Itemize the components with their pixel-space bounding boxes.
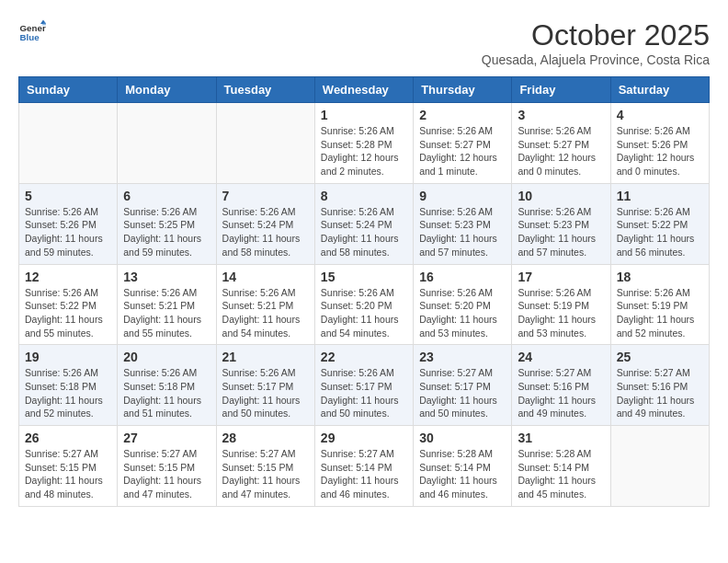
day-info: Sunrise: 5:26 AMSunset: 5:21 PMDaylight:…	[222, 286, 309, 340]
day-number: 1	[321, 108, 407, 122]
week-row-1: 1Sunrise: 5:26 AMSunset: 5:28 PMDaylight…	[19, 103, 710, 184]
calendar-cell: 8Sunrise: 5:26 AMSunset: 5:24 PMDaylight…	[314, 183, 413, 264]
day-number: 17	[518, 270, 604, 284]
day-info: Sunrise: 5:26 AMSunset: 5:18 PMDaylight:…	[123, 366, 210, 420]
day-number: 20	[123, 350, 210, 364]
calendar-cell: 27Sunrise: 5:27 AMSunset: 5:15 PMDayligh…	[118, 426, 216, 507]
calendar-cell: 16Sunrise: 5:26 AMSunset: 5:20 PMDayligh…	[414, 264, 512, 345]
day-number: 15	[321, 270, 407, 284]
day-number: 4	[617, 108, 703, 122]
page-header: General Blue October 2025 Quesada, Alaju…	[18, 18, 710, 67]
logo: General Blue	[18, 18, 46, 46]
day-number: 13	[123, 270, 210, 284]
day-info: Sunrise: 5:27 AMSunset: 5:17 PMDaylight:…	[419, 366, 506, 420]
calendar-table: SundayMondayTuesdayWednesdayThursdayFrid…	[18, 76, 710, 507]
calendar-cell: 31Sunrise: 5:28 AMSunset: 5:14 PMDayligh…	[512, 426, 610, 507]
weekday-header-sunday: Sunday	[19, 77, 118, 103]
calendar-cell: 2Sunrise: 5:26 AMSunset: 5:27 PMDaylight…	[414, 103, 512, 184]
weekday-header-friday: Friday	[512, 77, 610, 103]
day-info: Sunrise: 5:26 AMSunset: 5:18 PMDaylight:…	[25, 366, 111, 420]
week-row-4: 19Sunrise: 5:26 AMSunset: 5:18 PMDayligh…	[19, 345, 710, 426]
calendar-cell	[216, 103, 314, 184]
calendar-cell: 29Sunrise: 5:27 AMSunset: 5:14 PMDayligh…	[314, 426, 413, 507]
calendar-cell: 21Sunrise: 5:26 AMSunset: 5:17 PMDayligh…	[216, 345, 314, 426]
day-number: 22	[321, 350, 407, 364]
day-info: Sunrise: 5:26 AMSunset: 5:28 PMDaylight:…	[321, 124, 407, 178]
day-number: 31	[518, 431, 604, 445]
calendar-cell: 3Sunrise: 5:26 AMSunset: 5:27 PMDaylight…	[512, 103, 610, 184]
calendar-cell: 30Sunrise: 5:28 AMSunset: 5:14 PMDayligh…	[414, 426, 512, 507]
calendar-cell: 19Sunrise: 5:26 AMSunset: 5:18 PMDayligh…	[19, 345, 118, 426]
day-number: 6	[123, 189, 210, 203]
calendar-cell: 18Sunrise: 5:26 AMSunset: 5:19 PMDayligh…	[610, 264, 709, 345]
day-info: Sunrise: 5:26 AMSunset: 5:20 PMDaylight:…	[419, 286, 506, 340]
day-number: 2	[419, 108, 506, 122]
day-number: 19	[25, 350, 111, 364]
day-number: 26	[25, 431, 111, 445]
day-info: Sunrise: 5:26 AMSunset: 5:27 PMDaylight:…	[419, 124, 506, 178]
day-info: Sunrise: 5:26 AMSunset: 5:20 PMDaylight:…	[321, 286, 407, 340]
day-info: Sunrise: 5:28 AMSunset: 5:14 PMDaylight:…	[518, 447, 604, 501]
day-number: 30	[419, 431, 506, 445]
weekday-header-tuesday: Tuesday	[216, 77, 314, 103]
day-info: Sunrise: 5:27 AMSunset: 5:15 PMDaylight:…	[222, 447, 309, 501]
day-info: Sunrise: 5:27 AMSunset: 5:15 PMDaylight:…	[123, 447, 210, 501]
title-section: October 2025 Quesada, Alajuela Province,…	[482, 18, 710, 67]
day-number: 10	[518, 189, 604, 203]
day-info: Sunrise: 5:26 AMSunset: 5:24 PMDaylight:…	[321, 205, 407, 259]
day-info: Sunrise: 5:26 AMSunset: 5:26 PMDaylight:…	[617, 124, 703, 178]
day-info: Sunrise: 5:26 AMSunset: 5:22 PMDaylight:…	[617, 205, 703, 259]
calendar-cell	[118, 103, 216, 184]
day-number: 5	[25, 189, 111, 203]
day-number: 9	[419, 189, 506, 203]
calendar-cell: 6Sunrise: 5:26 AMSunset: 5:25 PMDaylight…	[118, 183, 216, 264]
calendar-cell: 10Sunrise: 5:26 AMSunset: 5:23 PMDayligh…	[512, 183, 610, 264]
day-info: Sunrise: 5:26 AMSunset: 5:22 PMDaylight:…	[25, 286, 111, 340]
day-number: 12	[25, 270, 111, 284]
day-info: Sunrise: 5:27 AMSunset: 5:16 PMDaylight:…	[518, 366, 604, 420]
day-info: Sunrise: 5:26 AMSunset: 5:25 PMDaylight:…	[123, 205, 210, 259]
day-info: Sunrise: 5:27 AMSunset: 5:16 PMDaylight:…	[617, 366, 703, 420]
day-number: 14	[222, 270, 309, 284]
day-info: Sunrise: 5:26 AMSunset: 5:24 PMDaylight:…	[222, 205, 309, 259]
day-number: 7	[222, 189, 309, 203]
day-number: 27	[123, 431, 210, 445]
week-row-3: 12Sunrise: 5:26 AMSunset: 5:22 PMDayligh…	[19, 264, 710, 345]
month-title: October 2025	[482, 18, 710, 52]
calendar-cell: 22Sunrise: 5:26 AMSunset: 5:17 PMDayligh…	[314, 345, 413, 426]
week-row-5: 26Sunrise: 5:27 AMSunset: 5:15 PMDayligh…	[19, 426, 710, 507]
day-info: Sunrise: 5:26 AMSunset: 5:19 PMDaylight:…	[518, 286, 604, 340]
logo-icon: General Blue	[18, 18, 46, 46]
day-number: 8	[321, 189, 407, 203]
weekday-header-wednesday: Wednesday	[314, 77, 413, 103]
calendar-cell: 4Sunrise: 5:26 AMSunset: 5:26 PMDaylight…	[610, 103, 709, 184]
calendar-cell: 24Sunrise: 5:27 AMSunset: 5:16 PMDayligh…	[512, 345, 610, 426]
svg-text:General: General	[20, 23, 47, 33]
calendar-cell: 17Sunrise: 5:26 AMSunset: 5:19 PMDayligh…	[512, 264, 610, 345]
calendar-cell: 23Sunrise: 5:27 AMSunset: 5:17 PMDayligh…	[414, 345, 512, 426]
day-number: 21	[222, 350, 309, 364]
day-number: 23	[419, 350, 506, 364]
day-number: 24	[518, 350, 604, 364]
day-info: Sunrise: 5:27 AMSunset: 5:14 PMDaylight:…	[321, 447, 407, 501]
svg-text:Blue: Blue	[20, 32, 40, 42]
day-number: 28	[222, 431, 309, 445]
calendar-cell: 11Sunrise: 5:26 AMSunset: 5:22 PMDayligh…	[610, 183, 709, 264]
day-number: 29	[321, 431, 407, 445]
day-info: Sunrise: 5:26 AMSunset: 5:27 PMDaylight:…	[518, 124, 604, 178]
calendar-cell	[19, 103, 118, 184]
calendar-cell: 12Sunrise: 5:26 AMSunset: 5:22 PMDayligh…	[19, 264, 118, 345]
weekday-header-thursday: Thursday	[414, 77, 512, 103]
calendar-cell: 15Sunrise: 5:26 AMSunset: 5:20 PMDayligh…	[314, 264, 413, 345]
weekday-header-saturday: Saturday	[610, 77, 709, 103]
calendar-cell: 25Sunrise: 5:27 AMSunset: 5:16 PMDayligh…	[610, 345, 709, 426]
calendar-cell: 7Sunrise: 5:26 AMSunset: 5:24 PMDaylight…	[216, 183, 314, 264]
calendar-cell: 13Sunrise: 5:26 AMSunset: 5:21 PMDayligh…	[118, 264, 216, 345]
week-row-2: 5Sunrise: 5:26 AMSunset: 5:26 PMDaylight…	[19, 183, 710, 264]
day-number: 16	[419, 270, 506, 284]
day-info: Sunrise: 5:26 AMSunset: 5:17 PMDaylight:…	[222, 366, 309, 420]
day-number: 18	[617, 270, 703, 284]
calendar-cell: 9Sunrise: 5:26 AMSunset: 5:23 PMDaylight…	[414, 183, 512, 264]
calendar-cell: 14Sunrise: 5:26 AMSunset: 5:21 PMDayligh…	[216, 264, 314, 345]
day-info: Sunrise: 5:26 AMSunset: 5:26 PMDaylight:…	[25, 205, 111, 259]
